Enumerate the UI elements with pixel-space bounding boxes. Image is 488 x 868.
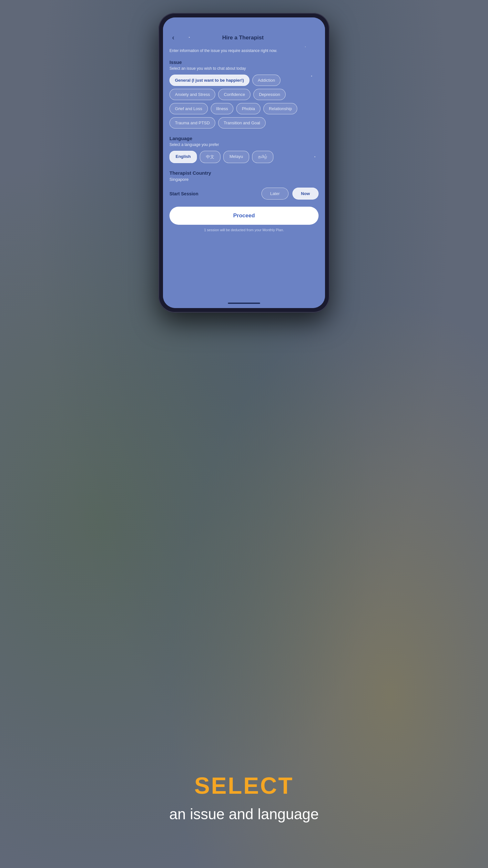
app-content: ‹ Hire a Therapist Enter information of … — [163, 27, 325, 299]
proceed-button[interactable]: Proceed — [169, 207, 319, 225]
lang-chinese[interactable]: 中文 — [200, 151, 221, 163]
chip-addiction[interactable]: Addiction — [252, 74, 281, 86]
page-subtitle: Enter information of the issue you requi… — [169, 48, 319, 54]
lang-malay[interactable]: Melayu — [223, 151, 249, 163]
chip-confidence[interactable]: Confidence — [218, 89, 251, 100]
bottom-section: SELECT an issue and language — [0, 772, 488, 823]
language-section-subtitle: Select a language you prefer — [169, 143, 319, 147]
chip-trauma[interactable]: Trauma and PTSD — [169, 117, 215, 128]
therapist-country-value: Singapore — [169, 177, 319, 182]
later-button[interactable]: Later — [261, 188, 289, 199]
issue-section-title: Issue — [169, 59, 319, 65]
start-session-row: Start Session Later Now — [169, 188, 319, 199]
sparkle-2 — [305, 46, 306, 47]
language-chips-container: English 中文 Melayu தமிழ் — [169, 151, 319, 163]
status-bar — [163, 18, 325, 27]
language-section-title: Language — [169, 135, 319, 141]
chip-anxiety[interactable]: Anxiety and Stress — [169, 89, 215, 100]
phone-wrapper: ‹ Hire a Therapist Enter information of … — [159, 13, 329, 313]
chip-illness[interactable]: Illness — [211, 103, 234, 114]
sparkle-4 — [179, 108, 180, 108]
sparkle-5 — [314, 156, 315, 157]
language-section: Language Select a language you prefer En… — [169, 135, 319, 163]
chip-relationship[interactable]: Relationship — [263, 103, 298, 114]
phone-shell: ‹ Hire a Therapist Enter information of … — [159, 13, 329, 313]
chip-grief[interactable]: Grief and Loss — [169, 103, 208, 114]
start-session-label: Start Session — [169, 191, 258, 196]
sparkle-3 — [311, 75, 312, 76]
issue-section-subtitle: Select an issue you wish to chat about t… — [169, 66, 319, 71]
now-button[interactable]: Now — [292, 188, 319, 199]
back-button[interactable]: ‹ — [169, 32, 177, 43]
session-note: 1 session will be deducted from your Mon… — [169, 228, 319, 232]
header: ‹ Hire a Therapist — [169, 32, 319, 43]
chip-phobia[interactable]: Phobia — [236, 103, 260, 114]
page-title: Hire a Therapist — [177, 35, 309, 41]
chip-general[interactable]: General (I just want to be happier!) — [169, 74, 250, 86]
chip-depression[interactable]: Depression — [253, 89, 286, 100]
home-bar — [228, 303, 260, 304]
issue-section: Issue Select an issue you wish to chat a… — [169, 59, 319, 128]
issue-chips-container: General (I just want to be happier!) Add… — [169, 74, 319, 128]
select-heading: SELECT — [0, 772, 488, 799]
lang-tamil[interactable]: தமிழ் — [252, 151, 273, 163]
lang-english[interactable]: English — [169, 151, 197, 163]
home-indicator — [163, 299, 325, 308]
therapist-country-section: Therapist Country Singapore — [169, 170, 319, 182]
chip-transition[interactable]: Transition and Goal — [218, 117, 266, 128]
desc-text: an issue and language — [0, 805, 488, 823]
therapist-country-title: Therapist Country — [169, 170, 319, 176]
phone-screen: ‹ Hire a Therapist Enter information of … — [163, 18, 325, 308]
